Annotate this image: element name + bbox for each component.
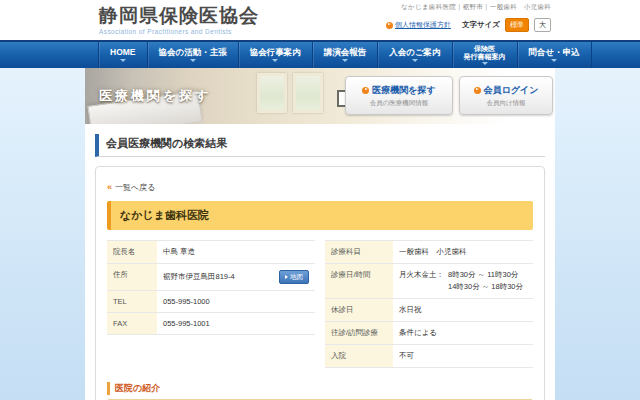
site-header: 静岡県保険医協会 Association of Practitioners an… bbox=[0, 0, 640, 40]
chevron-down-icon bbox=[412, 59, 418, 62]
privacy-policy-label: 個人情報保護方針 bbox=[395, 20, 451, 30]
search-result-card: « 一覧へ戻る なかじま歯科医院 院長名 中島 章造 住所 裾野市伊豆島田819… bbox=[95, 166, 545, 400]
content-panel: 会員医療機関の検索結果 « 一覧へ戻る なかじま歯科医院 院長名 中島 章造 住… bbox=[85, 124, 555, 400]
arrow-bullet-icon bbox=[474, 87, 481, 94]
row-label: 診療日/時間 bbox=[325, 264, 393, 299]
member-login-button-subtitle: 会員向け情報 bbox=[486, 99, 525, 108]
hero-banner: 医療機関を探す 医療機関を探す 会員の医療機関情報 会員ログイン 会員向け情報 bbox=[85, 68, 555, 124]
double-left-arrow-icon: « bbox=[107, 183, 112, 192]
row-value: 不可 bbox=[393, 345, 533, 368]
row-label: 院長名 bbox=[107, 241, 157, 264]
row-value: 055-995-1001 bbox=[157, 313, 315, 335]
nav-item-label: 協会の活動・主張 bbox=[159, 48, 227, 57]
row-value: 条件による bbox=[393, 322, 533, 345]
table-row-hospitalization: 入院 不可 bbox=[325, 345, 533, 368]
back-to-list-label: 一覧へ戻る bbox=[115, 182, 155, 193]
arrow-right-icon bbox=[285, 275, 288, 279]
nav-item-label: 協会行事案内 bbox=[250, 48, 301, 57]
row-label: 往診/訪問診療 bbox=[325, 322, 393, 345]
table-row-closed-days: 休診日 水日祝 bbox=[325, 299, 533, 322]
find-clinic-button-subtitle: 会員の医療機関情報 bbox=[370, 99, 429, 108]
address-value: 裾野市伊豆島田819-4 bbox=[163, 272, 235, 282]
member-login-button[interactable]: 会員ログイン 会員向け情報 bbox=[459, 76, 553, 115]
row-value: 中島 章造 bbox=[157, 241, 315, 264]
clinic-name-heading: なかじま歯科医院 bbox=[107, 201, 533, 230]
row-label: FAX bbox=[107, 313, 157, 335]
nav-item-contact[interactable]: 問合せ・申込 bbox=[517, 42, 592, 68]
clinic-intro-heading: 医院の紹介 bbox=[107, 382, 533, 395]
back-to-list-link[interactable]: « 一覧へ戻る bbox=[107, 182, 155, 193]
chevron-down-icon bbox=[272, 59, 278, 62]
nav-item-events[interactable]: 協会行事案内 bbox=[238, 42, 312, 68]
nav-item-label-line2: 発行書籍案内 bbox=[464, 53, 506, 61]
row-label: 入院 bbox=[325, 345, 393, 368]
row-value: 055-995-1000 bbox=[157, 291, 315, 313]
nav-item-membership[interactable]: 入会のご案内 bbox=[377, 42, 451, 68]
page-title: 会員医療機関の検索結果 bbox=[95, 134, 545, 157]
table-row-departments: 診療科目 一般歯科 小児歯科 bbox=[325, 241, 533, 264]
nav-item-label: HOME bbox=[110, 48, 136, 57]
table-row-house-calls: 往診/訪問診療 条件による bbox=[325, 322, 533, 345]
table-row-director: 院長名 中島 章造 bbox=[107, 241, 315, 264]
chevron-down-icon bbox=[190, 59, 196, 62]
site-title: 静岡県保険医協会 bbox=[99, 6, 259, 27]
map-button-label: 地図 bbox=[290, 273, 303, 282]
find-clinic-button[interactable]: 医療機関を探す 会員の医療機関情報 bbox=[345, 76, 453, 115]
row-label: TEL bbox=[107, 291, 157, 313]
chevron-down-icon bbox=[482, 62, 488, 65]
font-size-standard-button[interactable]: 標準 bbox=[505, 18, 529, 32]
arrow-bullet-icon bbox=[386, 22, 393, 29]
row-value: 水日祝 bbox=[393, 299, 533, 322]
arrow-bullet-icon bbox=[362, 87, 369, 94]
schedule-time-afternoon: 14時30分 ～ 18時30分 bbox=[448, 282, 523, 292]
nav-item-label: 問合せ・申込 bbox=[529, 48, 580, 57]
row-label: 診療科目 bbox=[325, 241, 393, 264]
table-row-address: 住所 裾野市伊豆島田819-4 地図 bbox=[107, 264, 315, 291]
site-subtitle: Association of Practitioners and Dentist… bbox=[99, 28, 259, 35]
window-frame-icon bbox=[293, 73, 323, 113]
site-logo[interactable]: 静岡県保険医協会 Association of Practitioners an… bbox=[85, 0, 259, 40]
table-row-tel: TEL 055-995-1000 bbox=[107, 291, 315, 313]
chevron-down-icon bbox=[342, 59, 348, 62]
nav-list: HOME 協会の活動・主張 協会行事案内 講演会報告 入会のご案内 保険医 発行… bbox=[98, 42, 640, 68]
table-row-fax: FAX 055-995-1001 bbox=[107, 313, 315, 335]
nav-item-label: 入会のご案内 bbox=[389, 48, 440, 57]
font-size-label: 文字サイズ bbox=[462, 20, 500, 30]
main-nav: HOME 協会の活動・主張 協会行事案内 講演会報告 入会のご案内 保険医 発行… bbox=[0, 40, 640, 68]
schedule-time-morning: 8時30分 ～ 11時30分 bbox=[448, 270, 523, 280]
privacy-policy-link[interactable]: 個人情報保護方針 bbox=[386, 20, 451, 30]
font-size-large-button[interactable]: 大 bbox=[534, 18, 551, 32]
schedule-days: 月火木金土： bbox=[399, 270, 444, 292]
row-label: 住所 bbox=[107, 264, 157, 291]
nav-item-label: 保険医 bbox=[474, 45, 495, 53]
chevron-down-icon bbox=[120, 59, 126, 62]
member-login-button-title: 会員ログイン bbox=[484, 84, 539, 97]
clinic-contact-table: 院長名 中島 章造 住所 裾野市伊豆島田819-4 地図 bbox=[107, 240, 315, 335]
nav-item-label: 講演会報告 bbox=[324, 48, 367, 57]
hero-title: 医療機関を探す bbox=[99, 87, 212, 105]
clinic-schedule-table: 診療科目 一般歯科 小児歯科 診療日/時間 月火木金土： 8時30分 ～ 11時… bbox=[325, 240, 533, 368]
row-label: 休診日 bbox=[325, 299, 393, 322]
clinic-info-tables: 院長名 中島 章造 住所 裾野市伊豆島田819-4 地図 bbox=[107, 240, 533, 368]
nav-item-publications[interactable]: 保険医 発行書籍案内 bbox=[452, 42, 517, 68]
map-button[interactable]: 地図 bbox=[279, 270, 309, 284]
nav-item-activities[interactable]: 協会の活動・主張 bbox=[147, 42, 238, 68]
window-frame-icon bbox=[257, 73, 287, 113]
breadcrumb: なかじま歯科医院｜裾野市｜一般歯科 小児歯科 bbox=[386, 3, 551, 12]
row-value: 一般歯科 小児歯科 bbox=[393, 241, 533, 264]
nav-item-home[interactable]: HOME bbox=[98, 42, 147, 68]
find-clinic-button-title: 医療機関を探す bbox=[372, 84, 435, 97]
nav-item-lecture-reports[interactable]: 講演会報告 bbox=[312, 42, 378, 68]
table-row-hours: 診療日/時間 月火木金土： 8時30分 ～ 11時30分 14時30分 ～ 18… bbox=[325, 264, 533, 299]
chevron-down-icon bbox=[551, 59, 557, 62]
